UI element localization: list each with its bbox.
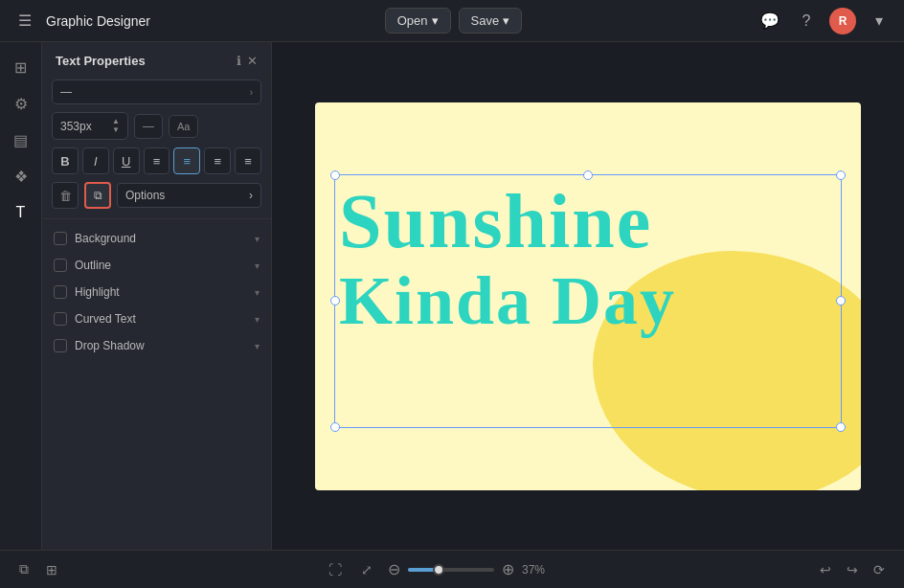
undo-icon[interactable]: ↩ [816,560,835,579]
options-label: Options [125,189,165,202]
bold-button[interactable]: B [52,147,79,174]
delete-button[interactable]: 🗑 [52,182,79,209]
font-size-stepper: ▲ ▼ [112,118,120,134]
nav-icon-layers[interactable]: ▤ [6,124,36,155]
zoom-controls: ⊖ ⊕ 37% [388,560,553,578]
font-size-input[interactable]: 353px ▲ ▼ [52,112,128,140]
justify-button[interactable]: ≡ [235,147,261,174]
background-label: Background [75,232,136,245]
app-title: Graphic Designer [46,13,150,29]
topbar-center: Open ▾ Save ▾ [385,8,522,34]
help-icon[interactable]: ? [793,8,820,34]
nav-icon-menu[interactable]: ⊞ [6,52,36,82]
nav-icon-adjust[interactable]: ⚙ [6,88,36,119]
handle-top-right[interactable] [836,170,846,180]
outline-row[interactable]: Outline ▾ [42,252,271,279]
fit-screen-icon[interactable]: ⛶ [325,560,346,579]
panel-header-icons: ℹ ✕ [237,54,258,68]
chevron-down-icon: ▾ [255,287,260,298]
font-name-label: — [60,85,72,99]
stepper-up[interactable]: ▲ [112,118,120,125]
zoom-slider[interactable] [408,568,494,572]
canvas[interactable]: Sunshine Kinda Day [315,102,861,490]
history-icon[interactable]: ⟳ [870,560,889,579]
main-layout: ⊞ ⚙ ▤ ❖ T Text Properties ℹ ✕ — › 353px [0,42,904,550]
outline-label: Outline [75,259,111,272]
options-button[interactable]: Options › [117,183,261,208]
stepper-down[interactable]: ▼ [112,126,120,134]
outline-checkbox[interactable] [54,259,67,272]
zoom-in-button[interactable]: ⊕ [502,560,514,578]
align-left-button[interactable]: ≡ [144,147,170,174]
italic-button[interactable]: I [82,147,109,174]
zoom-percent: 37% [522,563,553,577]
font-selector[interactable]: — › [52,79,261,104]
menu-icon[interactable]: ☰ [11,8,38,34]
topbar: ☰ Graphic Designer Open ▾ Save ▾ 💬 ? R ▾ [0,0,904,42]
chevron-down-icon: ▾ [432,13,439,28]
bottom-right: ↩ ↪ ⟳ [816,560,889,579]
resize-icon[interactable]: ⤢ [357,560,376,579]
dash-button[interactable]: — [134,114,163,139]
format-toolbar: B I U ≡ ≡ ≡ ≡ [42,144,271,178]
font-size-value: 353px [60,120,92,133]
topbar-left: ☰ Graphic Designer [11,8,150,34]
info-icon[interactable]: ℹ [237,54,241,68]
handle-bottom-left[interactable] [330,422,340,432]
drop-shadow-label: Drop Shadow [75,339,145,352]
grid-icon[interactable]: ⊞ [42,560,61,579]
chat-icon[interactable]: 💬 [757,8,783,34]
chevron-down-icon: ▾ [255,260,260,271]
bottom-left: ⧉ ⊞ [15,559,61,579]
highlight-row[interactable]: Highlight ▾ [42,279,271,305]
bottom-bar: ⧉ ⊞ ⛶ ⤢ ⊖ ⊕ 37% ↩ ↪ ⟳ [0,550,904,588]
panel-header: Text Properties ℹ ✕ [42,42,271,76]
open-button[interactable]: Open ▾ [385,8,451,34]
chevron-down-icon: ▾ [255,314,260,325]
zoom-out-button[interactable]: ⊖ [388,560,400,578]
background-checkbox[interactable] [54,232,67,245]
curved-text-row[interactable]: Curved Text ▾ [42,305,271,332]
drop-shadow-row[interactable]: Drop Shadow ▾ [42,332,271,359]
canvas-text-line1: Sunshine [339,179,837,263]
save-button[interactable]: Save ▾ [459,8,523,34]
canvas-text-container: Sunshine Kinda Day [339,179,837,339]
font-size-row: 353px ▲ ▼ — Aa [42,108,271,144]
curved-text-label: Curved Text [75,312,136,326]
align-right-button[interactable]: ≡ [204,147,231,174]
layers-icon[interactable]: ⧉ [15,559,33,579]
avatar[interactable]: R [829,8,856,34]
nav-icon-text[interactable]: T [6,197,36,228]
drop-shadow-checkbox[interactable] [54,339,67,352]
options-row: 🗑 ⧉ Options › [42,178,271,213]
section-divider [42,218,271,219]
bottom-center: ⛶ ⤢ ⊖ ⊕ 37% [325,560,553,579]
chevron-right-icon: › [249,189,253,202]
panel-title: Text Properties [56,54,146,68]
properties-panel: Text Properties ℹ ✕ — › 353px ▲ ▼ — [42,42,272,550]
background-row[interactable]: Background ▾ [42,225,271,252]
underline-button[interactable]: U [113,147,140,174]
close-icon[interactable]: ✕ [247,54,258,68]
highlight-label: Highlight [75,285,120,299]
canvas-text-line2: Kinda Day [339,263,837,339]
chevron-down-icon: ▾ [255,341,260,351]
chevron-down-icon: ▾ [503,13,509,28]
font-selector-row: — › [42,76,271,108]
duplicate-button[interactable]: ⧉ [84,182,111,209]
curved-text-checkbox[interactable] [54,312,67,326]
zoom-slider-thumb [433,564,444,576]
collapse-icon[interactable]: ▾ [866,8,893,34]
nav-icon-shapes[interactable]: ❖ [6,161,36,192]
chevron-down-icon: ▾ [255,234,260,244]
canvas-area: Sunshine Kinda Day [272,42,904,550]
align-center-button[interactable]: ≡ [173,147,200,174]
topbar-right: 💬 ? R ▾ [757,8,893,34]
aa-button[interactable]: Aa [169,115,198,138]
icon-nav: ⊞ ⚙ ▤ ❖ T [0,42,42,550]
highlight-checkbox[interactable] [54,285,67,299]
chevron-right-icon: › [250,87,253,98]
redo-icon[interactable]: ↪ [843,560,862,579]
